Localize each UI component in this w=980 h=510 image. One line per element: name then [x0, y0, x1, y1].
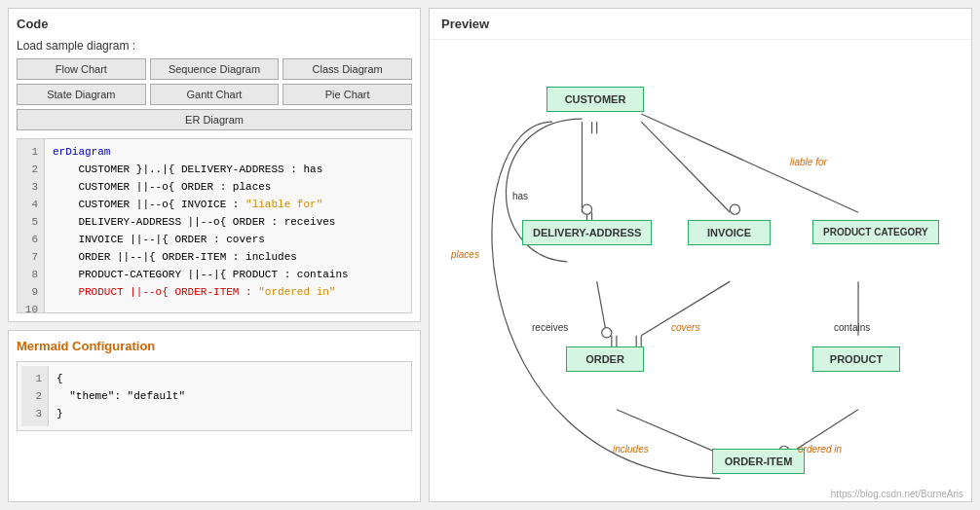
code-line-3: CUSTOMER ||--o{ ORDER : places	[53, 178, 403, 196]
code-panel: Code Load sample diagram : Flow Chart Se…	[8, 8, 421, 322]
pie-chart-button[interactable]: Pie Chart	[283, 84, 412, 105]
config-content[interactable]: { "theme": "default" }	[49, 366, 407, 426]
preview-canvas: CUSTOMER DELIVERY-ADDRESS INVOICE PRODUC…	[430, 40, 971, 502]
covers-label: covers	[671, 322, 699, 333]
code-line-5: DELIVERY-ADDRESS ||--o{ ORDER : receives	[53, 213, 403, 231]
code-line-1: erDiagram	[53, 143, 403, 161]
watermark: https://blog.csdn.net/BurneAris	[831, 489, 963, 499]
svg-line-0	[641, 122, 730, 212]
delivery-address-node: DELIVERY-ADDRESS	[522, 220, 652, 245]
code-line-8: PRODUCT-CATEGORY ||--|{ PRODUCT : contai…	[53, 266, 403, 283]
code-line-2: CUSTOMER }|..|{ DELIVERY-ADDRESS : has	[53, 161, 403, 178]
code-line-9: PRODUCT ||--o{ ORDER-ITEM : "ordered in"	[53, 283, 403, 301]
code-editor[interactable]: 12345 678910 erDiagram CUSTOMER }|..|{ D…	[17, 138, 412, 313]
receives-label: receives	[532, 322, 568, 333]
svg-point-17	[730, 204, 739, 214]
button-row-1: Flow Chart Sequence Diagram Class Diagra…	[17, 58, 412, 80]
config-panel: Mermaid Configuration 123 { "theme": "de…	[8, 330, 421, 502]
er-diagram-button[interactable]: ER Diagram	[17, 109, 412, 130]
config-editor[interactable]: 123 { "theme": "default" }	[17, 361, 412, 431]
order-node: ORDER	[566, 346, 644, 372]
code-content[interactable]: erDiagram CUSTOMER }|..|{ DELIVERY-ADDRE…	[45, 139, 411, 312]
invoice-node: INVOICE	[688, 220, 771, 245]
preview-title: Preview	[430, 9, 971, 40]
config-line-numbers: 123	[21, 366, 49, 426]
ordered-in-label: ordered in	[798, 444, 842, 455]
svg-point-16	[582, 204, 591, 214]
code-line-7: ORDER ||--|{ ORDER-ITEM : includes	[53, 248, 403, 266]
includes-label: includes	[613, 444, 649, 455]
contains-label: contains	[834, 322, 870, 333]
config-panel-title: Mermaid Configuration	[17, 339, 412, 353]
left-panel: Code Load sample diagram : Flow Chart Se…	[0, 0, 429, 510]
flow-chart-button[interactable]: Flow Chart	[17, 58, 146, 80]
class-diagram-button[interactable]: Class Diagram	[283, 58, 412, 80]
order-item-node: ORDER-ITEM	[712, 449, 805, 474]
liable-for-label: liable for	[790, 157, 827, 167]
has-label: has	[512, 191, 528, 201]
code-panel-title: Code	[17, 17, 412, 31]
gantt-chart-button[interactable]: Gantt Chart	[150, 84, 280, 105]
diagram-svg	[430, 40, 971, 502]
preview-panel: Preview	[429, 8, 972, 502]
code-line-10	[53, 301, 403, 313]
config-line-3: }	[57, 405, 399, 422]
config-lines: 123 { "theme": "default" }	[21, 366, 407, 426]
line-numbers: 12345 678910	[18, 139, 45, 312]
state-diagram-button[interactable]: State Diagram	[17, 84, 146, 105]
places-label: places	[451, 249, 479, 260]
customer-node: CUSTOMER	[547, 87, 644, 112]
product-node: PRODUCT	[812, 346, 900, 372]
config-line-1: {	[57, 370, 399, 387]
product-category-node: PRODUCT CATEGORY	[812, 220, 939, 244]
code-line-4: CUSTOMER ||--o{ INVOICE : "liable for"	[53, 196, 403, 213]
sequence-diagram-button[interactable]: Sequence Diagram	[150, 58, 280, 80]
load-label: Load sample diagram :	[17, 39, 412, 53]
config-line-2: "theme": "default"	[57, 387, 399, 405]
code-line-6: INVOICE ||--|{ ORDER : covers	[53, 231, 403, 248]
button-row-2: State Diagram Gantt Chart Pie Chart ER D…	[17, 84, 412, 130]
svg-point-18	[602, 328, 612, 338]
